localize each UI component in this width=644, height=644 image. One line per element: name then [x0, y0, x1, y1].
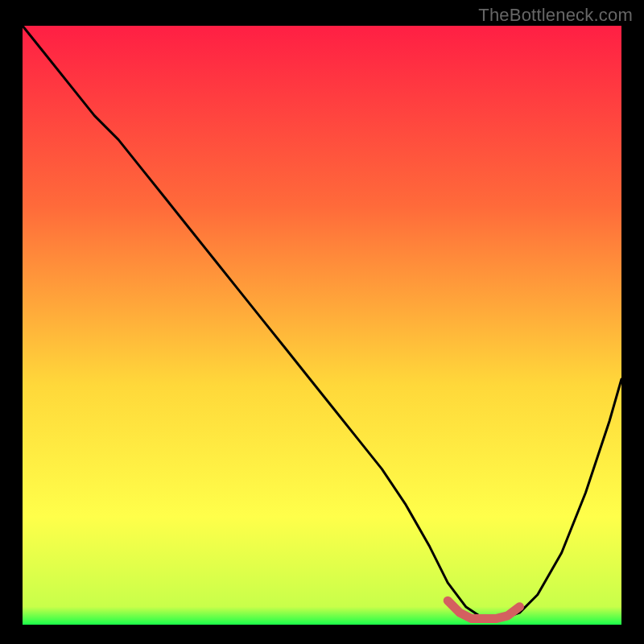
- chart-container: TheBottleneck.com: [0, 0, 644, 644]
- chart-svg: [23, 26, 621, 625]
- gradient-background: [23, 26, 621, 625]
- attribution-text: TheBottleneck.com: [478, 5, 633, 26]
- plot-area: [23, 26, 621, 625]
